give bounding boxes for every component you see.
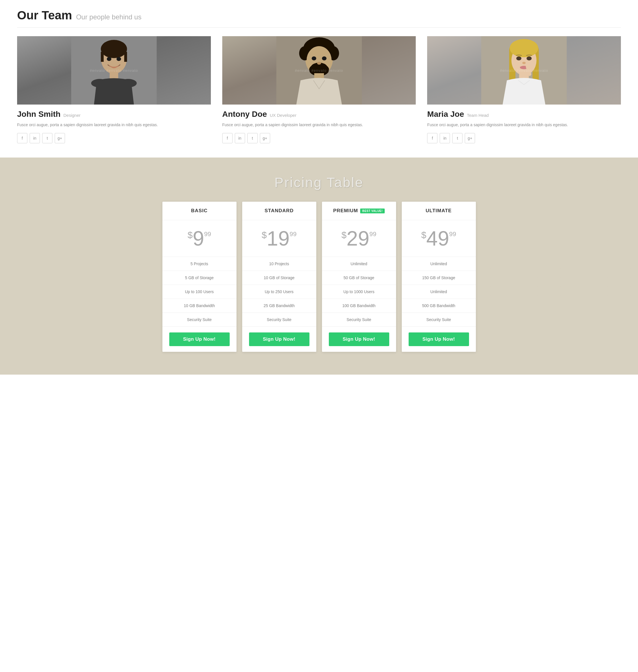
price-cents-ultimate: 99 — [449, 231, 456, 237]
feature-projects-standard: 10 Projects — [242, 257, 316, 271]
signup-button-basic[interactable]: Sign Up Now! — [169, 332, 230, 346]
signup-button-ultimate[interactable]: Sign Up Now! — [409, 332, 469, 346]
member-role-john: Designer — [63, 113, 80, 118]
price-main-standard: 19 — [267, 228, 289, 249]
plan-header-premium: PREMIUM BEST VALUE! — [322, 202, 396, 220]
svg-point-22 — [317, 62, 321, 65]
svg-point-30 — [516, 56, 521, 61]
gplus-icon-maria[interactable]: g+ — [465, 133, 475, 143]
team-photo-maria: #envato #envato #envato — [427, 36, 621, 105]
price-dollar-standard: $ — [262, 230, 267, 240]
price-main-premium: 29 — [347, 228, 369, 249]
signup-button-premium[interactable]: Sign Up Now! — [329, 332, 389, 346]
feature-projects-ultimate: Unlimited — [402, 257, 476, 271]
linkedin-icon-antony[interactable]: in — [235, 133, 245, 143]
price-dollar-basic: $ — [187, 230, 192, 240]
feature-users-basic: Up to 100 Users — [163, 285, 236, 299]
gplus-icon-john[interactable]: g+ — [55, 133, 65, 143]
price-row-standard: $ 19 99 — [242, 220, 316, 257]
svg-point-32 — [522, 62, 526, 64]
plan-name-ultimate: ULTIMATE — [405, 208, 473, 214]
team-title: Our Team — [17, 8, 72, 22]
feature-security-basic: Security Suite — [163, 313, 236, 327]
price-amount-standard: $ 19 99 — [245, 228, 314, 249]
price-row-ultimate: $ 49 99 — [402, 220, 476, 257]
pricing-card-premium: PREMIUM BEST VALUE! $ 29 99 Unlimited 50… — [322, 202, 396, 352]
feature-bandwidth-standard: 25 GB Bandwidth — [242, 299, 316, 313]
feature-security-premium: Security Suite — [322, 313, 396, 327]
team-section: Our Team Our people behind us — [0, 0, 638, 157]
feature-users-premium: Up to 1000 Users — [322, 285, 396, 299]
twitter-icon-maria[interactable]: t — [452, 133, 463, 143]
price-main-basic: 9 — [192, 228, 204, 249]
facebook-icon-antony[interactable]: f — [222, 133, 233, 143]
team-photo-john: #envato #envato #envato — [17, 36, 211, 105]
svg-point-2 — [101, 40, 127, 58]
feature-storage-ultimate: 150 GB of Storage — [402, 271, 476, 285]
price-cents-premium: 99 — [369, 231, 376, 237]
plan-name-standard: STANDARD — [245, 208, 314, 214]
svg-point-6 — [117, 57, 121, 61]
price-amount-premium: $ 29 99 — [325, 228, 393, 249]
price-dollar-ultimate: $ — [421, 230, 426, 240]
plan-header-ultimate: ULTIMATE — [402, 202, 476, 220]
svg-rect-4 — [124, 52, 127, 62]
linkedin-icon-john[interactable]: in — [30, 133, 40, 143]
member-name-line-antony: Antony Doe UX Developer — [222, 110, 416, 119]
feature-bandwidth-ultimate: 500 GB Bandwidth — [402, 299, 476, 313]
team-card-john: #envato #envato #envato John Smith Desig… — [17, 36, 211, 143]
twitter-icon-antony[interactable]: t — [247, 133, 257, 143]
plan-cta-ultimate: Sign Up Now! — [402, 327, 476, 352]
linkedin-icon-maria[interactable]: in — [440, 133, 450, 143]
member-bio-john: Fusce orci augue, porta a sapien digniss… — [17, 122, 211, 128]
plan-cta-premium: Sign Up Now! — [322, 327, 396, 352]
plan-cta-basic: Sign Up Now! — [163, 327, 236, 352]
gplus-icon-antony[interactable]: g+ — [260, 133, 270, 143]
member-name-antony: Antony Doe — [222, 110, 267, 119]
plan-name-premium: PREMIUM BEST VALUE! — [325, 208, 393, 214]
team-card-maria: #envato #envato #envato Maria Joe Team H… — [427, 36, 621, 143]
svg-point-31 — [526, 56, 532, 61]
svg-point-21 — [322, 56, 326, 61]
plan-cta-standard: Sign Up Now! — [242, 327, 316, 352]
pricing-card-basic: BASIC $ 9 99 5 Projects 5 GB of Storage … — [163, 202, 236, 352]
member-bio-antony: Fusce orci augue, porta a sapien digniss… — [222, 122, 416, 128]
price-cents-basic: 99 — [204, 231, 211, 237]
best-value-badge: BEST VALUE! — [360, 208, 384, 213]
svg-point-29 — [510, 39, 538, 57]
member-name-line-maria: Maria Joe Team Head — [427, 110, 621, 119]
member-name-maria: Maria Joe — [427, 110, 464, 119]
price-main-ultimate: 49 — [426, 228, 449, 249]
feature-users-standard: Up to 250 Users — [242, 285, 316, 299]
twitter-icon-john[interactable]: t — [42, 133, 52, 143]
section-heading: Our Team Our people behind us — [17, 8, 621, 28]
facebook-icon-maria[interactable]: f — [427, 133, 437, 143]
price-cents-standard: 99 — [289, 231, 296, 237]
svg-rect-3 — [101, 52, 104, 62]
team-subtitle: Our people behind us — [76, 13, 141, 21]
price-row-basic: $ 9 99 — [163, 220, 236, 257]
pricing-section: Pricing Table BASIC $ 9 99 5 Projects 5 … — [0, 157, 638, 375]
signup-button-standard[interactable]: Sign Up Now! — [249, 332, 309, 346]
svg-point-5 — [107, 57, 112, 61]
pricing-grid: BASIC $ 9 99 5 Projects 5 GB of Storage … — [163, 202, 476, 352]
feature-projects-basic: 5 Projects — [163, 257, 236, 271]
price-row-premium: $ 29 99 — [322, 220, 396, 257]
price-amount-basic: $ 9 99 — [165, 228, 234, 249]
facebook-icon-john[interactable]: f — [17, 133, 27, 143]
member-role-maria: Team Head — [467, 113, 489, 118]
feature-projects-premium: Unlimited — [322, 257, 396, 271]
price-amount-ultimate: $ 49 99 — [405, 228, 473, 249]
team-photo-antony: #envato #envato #envato — [222, 36, 416, 105]
member-role-antony: UX Developer — [270, 113, 296, 118]
plan-header-standard: STANDARD — [242, 202, 316, 220]
feature-storage-standard: 10 GB of Storage — [242, 271, 316, 285]
plan-name-basic: BASIC — [165, 208, 234, 214]
team-grid: #envato #envato #envato John Smith Desig… — [17, 36, 621, 143]
svg-point-9 — [120, 79, 137, 87]
feature-bandwidth-basic: 10 GB Bandwidth — [163, 299, 236, 313]
feature-storage-premium: 50 GB of Storage — [322, 271, 396, 285]
social-icons-antony: f in t g+ — [222, 133, 416, 143]
team-card-antony: #envato #envato #envato Antony Doe UX De… — [222, 36, 416, 143]
member-name-line-john: John Smith Designer — [17, 110, 211, 119]
